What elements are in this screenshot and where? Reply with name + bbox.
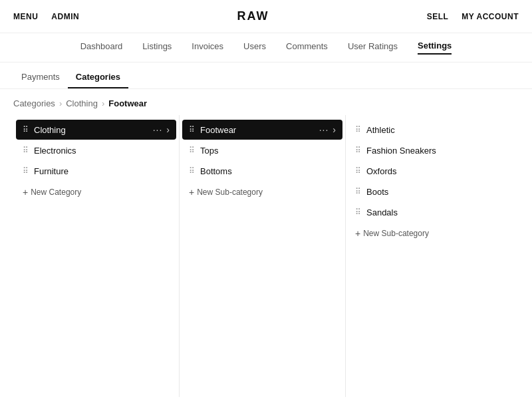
nav-users[interactable]: Users [243,41,266,54]
new-category-label: New Category [31,188,81,197]
arrow-footwear: › [332,124,336,135]
main-nav: Dashboard Listings Invoices Users Commen… [0,33,532,63]
category-item-furniture[interactable]: ⠿ Furniture ··· [16,161,176,181]
nav-comments[interactable]: Comments [286,41,328,54]
category-item-tops[interactable]: ⠿ Tops ··· [182,140,342,160]
plus-icon: + [23,187,28,198]
more-button-footwear[interactable]: ··· [318,124,331,135]
settings-tabs: Payments Categories [0,63,532,89]
brand-logo: RAW [237,9,269,23]
drag-handle-athletic: ⠿ [355,126,361,134]
category-label-oxfords: Oxfords [366,166,490,176]
category-label-boots: Boots [366,187,490,197]
breadcrumb-sep1: › [59,98,62,108]
new-subcategory-link-col2[interactable]: + New Sub-category [180,182,345,203]
category-item-oxfords[interactable]: ⠿ Oxfords ··· [348,161,509,181]
category-label-furniture: Furniture [34,166,157,176]
menu-link[interactable]: MENU [13,12,38,21]
drag-handle-electronics: ⠿ [23,146,29,154]
category-label-tops: Tops [200,146,323,156]
top-bar: MENU ADMIN RAW SELL MY ACCOUNT [0,0,532,33]
columns-container: ⠿ Clothing ··· › ⠿ Electronics ··· ⠿ Fur… [0,115,532,397]
breadcrumb-root[interactable]: Categories [13,98,55,108]
new-subcategory-label-col3: New Sub-category [363,229,429,238]
plus-icon-col2: + [189,187,194,198]
category-label-sandals: Sandals [366,207,490,217]
arrow-clothing: › [166,124,170,135]
top-bar-right: SELL MY ACCOUNT [427,12,519,21]
drag-handle-footwear: ⠿ [189,126,195,134]
drag-handle-sandals: ⠿ [355,208,361,216]
column-2: ⠿ Footwear ··· › ⠿ Tops ··· ⠿ Bottoms ··… [180,115,346,397]
category-item-boots[interactable]: ⠿ Boots ··· [348,182,509,201]
nav-invoices[interactable]: Invoices [192,41,223,54]
plus-icon-col3: + [355,228,360,239]
category-label-footwear: Footwear [200,125,318,135]
nav-dashboard[interactable]: Dashboard [80,41,123,54]
category-label-fashion-sneakers: Fashion Sneakers [366,146,490,156]
drag-handle-clothing: ⠿ [23,126,29,134]
category-label-athletic: Athletic [366,125,490,135]
new-subcategory-label-col2: New Sub-category [197,188,263,197]
new-category-link[interactable]: + New Category [13,182,179,203]
more-button-clothing[interactable]: ··· [152,124,164,135]
drag-handle-fashion-sneakers: ⠿ [355,146,361,154]
top-bar-left: MENU ADMIN [13,12,79,21]
tab-payments[interactable]: Payments [13,72,68,88]
category-item-electronics[interactable]: ⠿ Electronics ··· [16,140,176,160]
myaccount-link[interactable]: MY ACCOUNT [462,12,519,21]
column-1: ⠿ Clothing ··· › ⠿ Electronics ··· ⠿ Fur… [13,115,180,397]
nav-user-ratings[interactable]: User Ratings [348,41,398,54]
drag-handle-furniture: ⠿ [23,167,29,175]
drag-handle-oxfords: ⠿ [355,167,361,175]
drag-handle-bottoms: ⠿ [189,167,195,175]
drag-handle-tops: ⠿ [189,146,195,154]
admin-link[interactable]: ADMIN [51,12,79,21]
category-label-clothing: Clothing [34,125,152,135]
tab-categories[interactable]: Categories [68,72,128,88]
breadcrumb-sep2: › [102,98,104,108]
column-3: ⠿ Athletic ··· ⠿ Fashion Sneakers ··· ⠿ … [346,115,512,397]
category-item-clothing[interactable]: ⠿ Clothing ··· › [16,120,176,140]
nav-listings[interactable]: Listings [142,41,172,54]
category-item-fashion-sneakers[interactable]: ⠿ Fashion Sneakers ··· [348,140,509,160]
nav-settings[interactable]: Settings [418,41,452,55]
category-item-sandals[interactable]: ⠿ Sandals ··· [348,202,509,222]
sell-link[interactable]: SELL [427,12,449,21]
breadcrumb: Categories › Clothing › Footwear [0,89,532,115]
new-subcategory-link-col3[interactable]: + New Sub-category [346,223,512,244]
category-label-bottoms: Bottoms [200,166,323,176]
category-item-bottoms[interactable]: ⠿ Bottoms ··· [182,161,342,181]
category-item-footwear[interactable]: ⠿ Footwear ··· › [182,120,342,140]
category-item-athletic[interactable]: ⠿ Athletic ··· [348,120,509,140]
breadcrumb-level2: Footwear [108,98,147,108]
breadcrumb-level1[interactable]: Clothing [66,98,98,108]
category-label-electronics: Electronics [34,146,157,156]
drag-handle-boots: ⠿ [355,188,361,196]
